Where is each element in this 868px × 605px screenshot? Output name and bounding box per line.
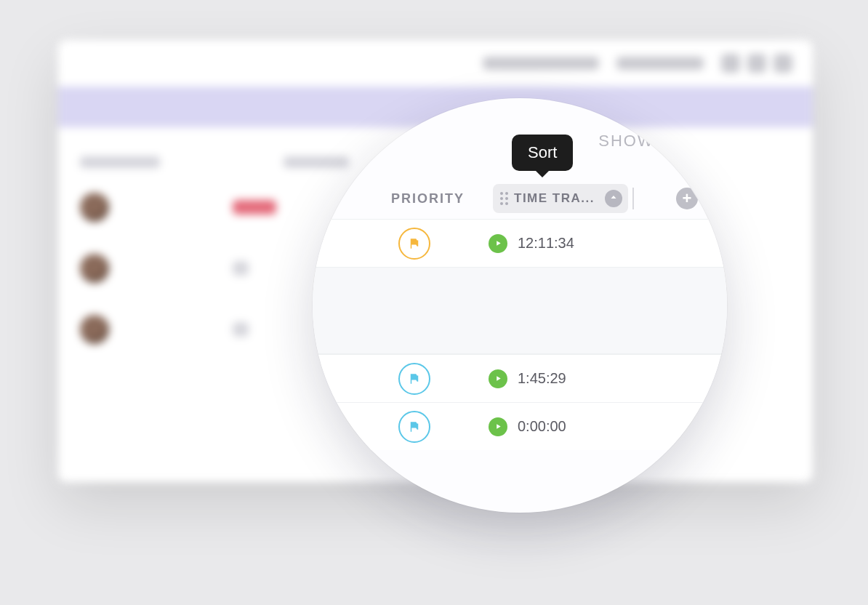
play-timer-icon[interactable] (489, 234, 507, 253)
task-rows: 12:11:34 1:45:29 (313, 219, 727, 450)
column-header-time-tracked[interactable]: TIME TRA... (493, 184, 628, 213)
column-header-time-label: TIME TRA... (514, 191, 595, 206)
priority-flag-icon[interactable] (398, 411, 430, 443)
priority-flag-icon[interactable] (398, 363, 430, 395)
task-row[interactable]: 1:45:29 (313, 354, 727, 402)
column-headers: PRIORITY TIME TRA... + (313, 184, 727, 213)
column-divider (632, 188, 634, 209)
play-timer-icon[interactable] (489, 417, 507, 436)
avatar (80, 193, 109, 222)
priority-flag-icon[interactable] (398, 228, 430, 260)
task-row[interactable]: 0:00:00 (313, 402, 727, 450)
time-tracked-value: 0:00:00 (518, 418, 566, 435)
time-tracked-value: 12:11:34 (518, 235, 574, 252)
zoom-lens: SHOW CL Sort PRIORITY TIME TRA... + (313, 98, 727, 513)
group-gap (313, 267, 727, 354)
drag-handle-icon[interactable] (500, 192, 508, 205)
time-tracked-value: 1:45:29 (518, 370, 566, 387)
play-timer-icon[interactable] (489, 369, 507, 388)
task-row[interactable]: 12:11:34 (313, 219, 727, 267)
background-topbar (58, 40, 813, 87)
sort-tooltip: Sort (512, 135, 573, 171)
sort-direction-icon[interactable] (605, 190, 622, 207)
column-header-priority[interactable]: PRIORITY (391, 191, 493, 207)
avatar (80, 254, 109, 283)
avatar (80, 315, 109, 344)
